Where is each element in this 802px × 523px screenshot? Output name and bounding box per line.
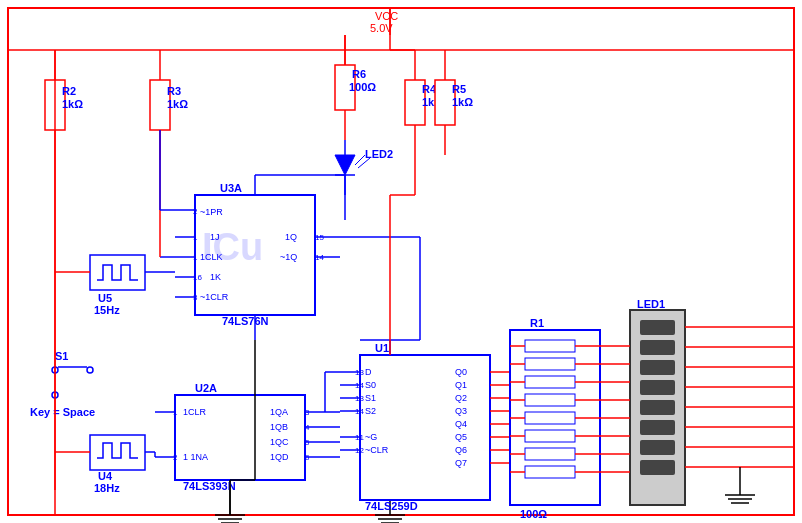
svg-text:Q3: Q3 xyxy=(455,406,467,416)
svg-text:1QB: 1QB xyxy=(270,422,288,432)
svg-text:74LS259D: 74LS259D xyxy=(365,500,418,512)
svg-text:100Ω: 100Ω xyxy=(520,508,547,520)
svg-rect-153 xyxy=(525,376,575,388)
schematic-canvas: VCC 5.0V R2 1kΩ R3 1kΩ R6 100Ω R4 1kΩ R5… xyxy=(0,0,802,523)
svg-text:ICu: ICu xyxy=(202,226,263,268)
svg-rect-155 xyxy=(525,412,575,424)
svg-rect-105 xyxy=(90,435,145,470)
svg-rect-158 xyxy=(525,466,575,478)
svg-text:~1PR: ~1PR xyxy=(200,207,223,217)
svg-text:R1: R1 xyxy=(530,317,544,329)
svg-text:Q7: Q7 xyxy=(455,458,467,468)
svg-text:1 1NA: 1 1NA xyxy=(183,452,208,462)
svg-text:~1Q: ~1Q xyxy=(280,252,297,262)
svg-rect-179 xyxy=(640,380,675,395)
svg-rect-154 xyxy=(525,394,575,406)
svg-text:Q5: Q5 xyxy=(455,432,467,442)
svg-text:U1: U1 xyxy=(375,342,389,354)
svg-text:U3A: U3A xyxy=(220,182,242,194)
svg-text:VCC: VCC xyxy=(375,10,398,22)
svg-rect-182 xyxy=(640,440,675,455)
svg-text:2: 2 xyxy=(193,207,198,216)
svg-text:Q4: Q4 xyxy=(455,419,467,429)
svg-text:1kΩ: 1kΩ xyxy=(167,98,188,110)
svg-text:Q0: Q0 xyxy=(455,367,467,377)
svg-rect-177 xyxy=(640,340,675,355)
svg-rect-151 xyxy=(525,340,575,352)
svg-text:Q6: Q6 xyxy=(455,445,467,455)
svg-text:1kΩ: 1kΩ xyxy=(62,98,83,110)
svg-text:74LS393N: 74LS393N xyxy=(183,480,236,492)
svg-rect-111 xyxy=(360,355,490,500)
svg-text:15Hz: 15Hz xyxy=(94,304,120,316)
svg-text:R2: R2 xyxy=(62,85,76,97)
svg-text:1K: 1K xyxy=(210,272,221,282)
svg-text:1CLR: 1CLR xyxy=(183,407,207,417)
svg-rect-72 xyxy=(90,255,145,290)
svg-text:LED1: LED1 xyxy=(637,298,665,310)
svg-rect-152 xyxy=(525,358,575,370)
svg-text:1QD: 1QD xyxy=(270,452,289,462)
svg-rect-156 xyxy=(525,430,575,442)
svg-text:LED2: LED2 xyxy=(365,148,393,160)
svg-text:S1: S1 xyxy=(365,393,376,403)
svg-text:~CLR: ~CLR xyxy=(365,445,389,455)
svg-text:18Hz: 18Hz xyxy=(94,482,120,494)
svg-text:Key = Space: Key = Space xyxy=(30,406,95,418)
svg-text:R6: R6 xyxy=(352,68,366,80)
svg-text:S0: S0 xyxy=(365,380,376,390)
svg-text:Q1: Q1 xyxy=(455,380,467,390)
svg-text:74LS76N: 74LS76N xyxy=(222,315,269,327)
svg-text:100Ω: 100Ω xyxy=(349,81,376,93)
svg-text:Q2: Q2 xyxy=(455,393,467,403)
svg-text:~G: ~G xyxy=(365,432,377,442)
svg-text:R3: R3 xyxy=(167,85,181,97)
svg-text:U4: U4 xyxy=(98,470,113,482)
svg-text:S2: S2 xyxy=(365,406,376,416)
svg-text:~1CLR: ~1CLR xyxy=(200,292,229,302)
svg-rect-180 xyxy=(640,400,675,415)
svg-text:S1: S1 xyxy=(55,350,68,362)
svg-text:D: D xyxy=(365,367,372,377)
svg-text:1Q: 1Q xyxy=(285,232,297,242)
svg-text:1kΩ: 1kΩ xyxy=(452,96,473,108)
svg-text:R5: R5 xyxy=(452,83,466,95)
svg-rect-183 xyxy=(640,460,675,475)
svg-text:U2A: U2A xyxy=(195,382,217,394)
svg-text:1QC: 1QC xyxy=(270,437,289,447)
svg-text:1QA: 1QA xyxy=(270,407,288,417)
svg-rect-176 xyxy=(640,320,675,335)
svg-rect-181 xyxy=(640,420,675,435)
svg-text:U5: U5 xyxy=(98,292,112,304)
svg-rect-178 xyxy=(640,360,675,375)
svg-rect-157 xyxy=(525,448,575,460)
